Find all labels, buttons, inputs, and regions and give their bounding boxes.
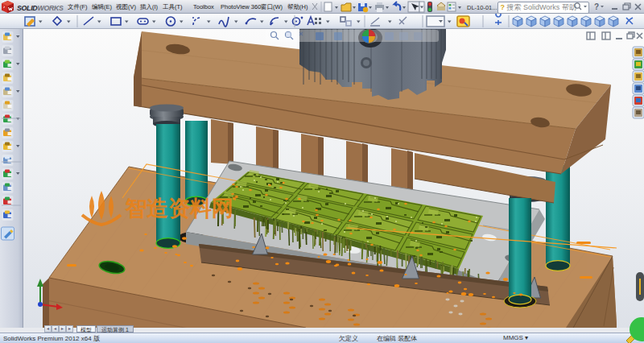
svg-text:?: ? (594, 2, 599, 11)
svg-text:+: + (232, 192, 238, 204)
svg-text:智造资料网: 智造资料网 (124, 196, 233, 221)
